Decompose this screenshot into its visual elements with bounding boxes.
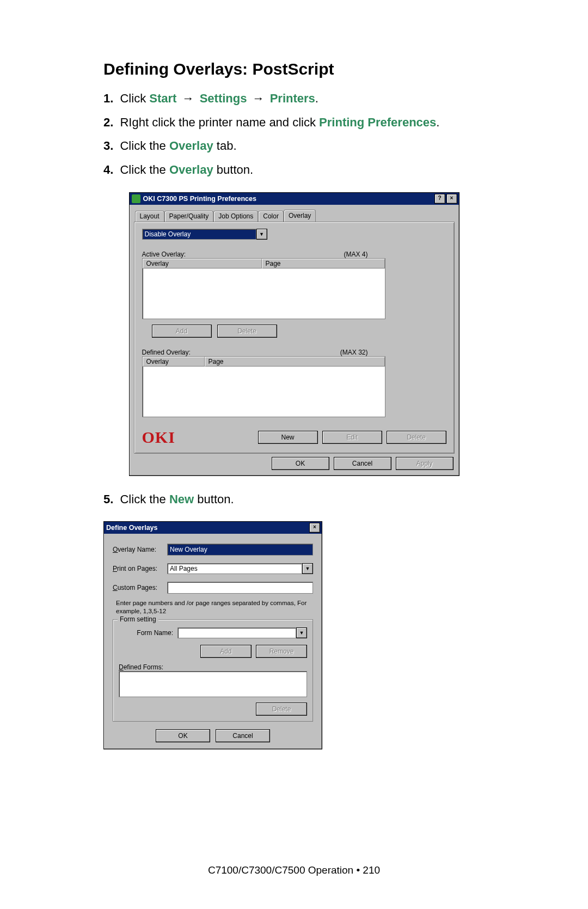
help-button[interactable]: ?: [434, 194, 445, 204]
active-overlay-max: (MAX 4): [344, 251, 367, 258]
new-button[interactable]: New: [258, 431, 318, 444]
group-legend: Form setting: [118, 615, 158, 623]
ok-button[interactable]: OK: [272, 457, 329, 470]
ui-ref: Printing Preferences: [319, 115, 436, 129]
custom-pages-input[interactable]: [167, 582, 313, 594]
step-num: 3.: [103, 139, 113, 152]
delete-form-button[interactable]: Delete: [256, 703, 307, 716]
tab-layout[interactable]: Layout: [135, 211, 164, 222]
ui-ref: Settings: [200, 91, 247, 105]
col-page[interactable]: Page: [262, 259, 385, 269]
chevron-down-icon[interactable]: ▼: [296, 627, 307, 638]
arrow-icon: →: [182, 91, 194, 105]
step-text: RIght click the printer name and click: [120, 115, 319, 129]
step-text: .: [315, 91, 318, 105]
col-overlay[interactable]: Overlay: [143, 259, 262, 269]
defined-forms-label: Defined Forms:: [119, 663, 307, 671]
active-overlay-list[interactable]: Overlay Page: [142, 258, 385, 319]
dialog-title: Define Overlays: [106, 524, 158, 532]
step-num: 5.: [103, 492, 113, 506]
steps-list: 1. Click Start → Settings → Printers. 2.…: [103, 90, 485, 178]
chevron-down-icon[interactable]: ▼: [302, 563, 313, 574]
add-button[interactable]: Add: [152, 325, 212, 338]
step-text: Click the: [120, 139, 169, 152]
overlay-mode-dropdown[interactable]: Disable Overlay ▼: [142, 229, 267, 240]
form-name-value: [177, 627, 296, 638]
print-on-pages-value: All Pages: [167, 563, 302, 574]
page-title: Defining Overlays: PostScript: [103, 60, 485, 78]
overlay-name-input[interactable]: New Overlay: [167, 544, 313, 556]
oki-logo: OKI: [142, 428, 175, 447]
ui-ref: Printers: [270, 91, 315, 105]
form-name-dropdown[interactable]: ▼: [177, 627, 307, 638]
page-footer: C7100/C7300/C7500 Operation • 210: [0, 864, 588, 876]
tab-color[interactable]: Color: [258, 211, 284, 222]
titlebar: Define Overlays ×: [104, 522, 322, 534]
edit-button[interactable]: Edit: [322, 431, 382, 444]
step-text: .: [436, 115, 439, 129]
step-text: Click: [120, 91, 149, 105]
col-overlay[interactable]: Overlay: [143, 357, 205, 367]
ui-ref: Overlay: [169, 139, 213, 152]
form-setting-group: Form setting Form Name: ▼ Add Remove Def…: [113, 619, 313, 722]
delete-button[interactable]: Delete: [387, 431, 446, 444]
form-name-label: Form Name:: [119, 629, 173, 637]
step-num: 4.: [103, 163, 113, 176]
cancel-button[interactable]: Cancel: [216, 729, 270, 742]
ui-ref: Overlay: [169, 163, 213, 176]
defined-overlay-label: Defined Overlay:: [142, 349, 191, 356]
cancel-button[interactable]: Cancel: [334, 457, 391, 470]
print-on-pages-dropdown[interactable]: All Pages ▼: [167, 563, 313, 574]
custom-pages-label: Custom Pages:: [113, 584, 163, 591]
close-button[interactable]: ×: [446, 194, 457, 204]
apply-button[interactable]: Apply: [396, 457, 454, 470]
printing-preferences-dialog: OKI C7300 PS Printing Preferences ? × La…: [129, 192, 460, 476]
tab-overlay[interactable]: Overlay: [284, 210, 316, 222]
add-form-button[interactable]: Add: [200, 645, 252, 658]
titlebar: OKI C7300 PS Printing Preferences ? ×: [130, 193, 459, 205]
defined-forms-list[interactable]: [119, 671, 307, 697]
define-overlays-dialog: Define Overlays × Overlay Name: New Over…: [103, 521, 322, 749]
step-num: 2.: [103, 115, 113, 129]
overlay-mode-value: Disable Overlay: [142, 229, 256, 240]
tab-strip: Layout Paper/Quality Job Options Color O…: [135, 209, 455, 222]
step-text: button.: [213, 163, 253, 176]
defined-overlay-list[interactable]: Overlay Page: [142, 356, 385, 417]
defined-overlay-max: (MAX 32): [340, 349, 368, 356]
tab-paper-quality[interactable]: Paper/Quality: [164, 211, 214, 222]
ok-button[interactable]: OK: [156, 729, 210, 742]
printer-icon: [132, 194, 140, 203]
active-overlay-label: Active Overlay:: [142, 251, 186, 258]
close-button[interactable]: ×: [309, 523, 320, 533]
arrow-icon: →: [253, 91, 265, 105]
print-on-pages-label: Print on Pages:: [113, 565, 163, 572]
chevron-down-icon[interactable]: ▼: [256, 229, 267, 240]
remove-form-button[interactable]: Remove: [256, 645, 307, 658]
steps-list: 5. Click the New button.: [103, 491, 485, 508]
step-text: Click the: [120, 492, 169, 506]
ui-ref: New: [169, 492, 194, 506]
col-page[interactable]: Page: [205, 357, 385, 367]
ui-ref: Start: [149, 91, 176, 105]
delete-button[interactable]: Delete: [217, 325, 277, 338]
step-text: Click the: [120, 163, 169, 176]
overlay-name-label: Overlay Name:: [113, 546, 163, 553]
step-num: 1.: [103, 91, 113, 105]
dialog-title: OKI C7300 PS Printing Preferences: [143, 195, 256, 203]
custom-pages-hint: Enter page numbers and /or page ranges s…: [116, 599, 313, 615]
tab-job-options[interactable]: Job Options: [213, 211, 258, 222]
step-text: tab.: [213, 139, 237, 152]
step-text: button.: [194, 492, 234, 506]
